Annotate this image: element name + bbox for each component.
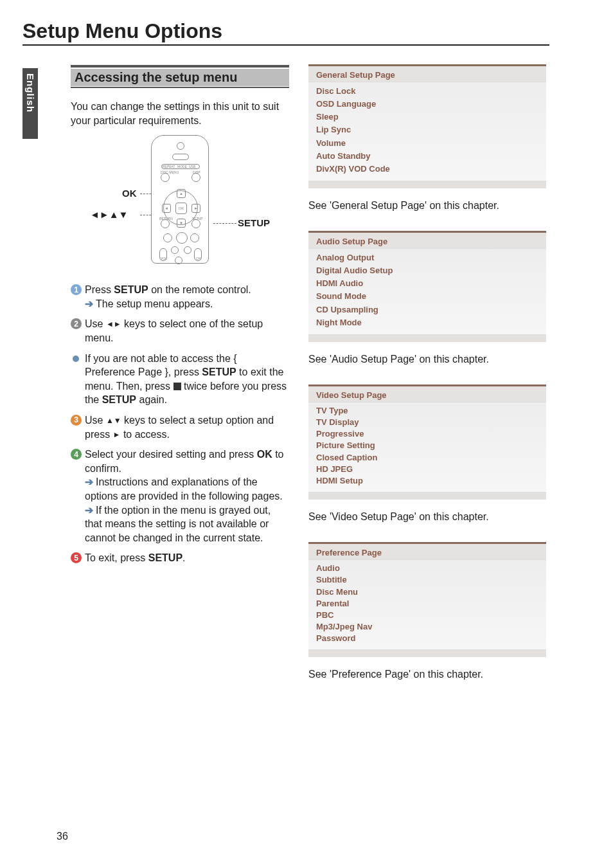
setup-callout: SETUP xyxy=(238,217,270,228)
arrow-icon: ➔ xyxy=(85,476,93,487)
arrows-callout: ◄►▲▼ xyxy=(90,209,128,220)
preference-panel: Preference Page Audio Subtitle Disc Menu… xyxy=(308,542,546,657)
panel-title: Audio Setup Page xyxy=(308,233,546,249)
panel-item: Password xyxy=(316,633,538,644)
step-2: 2 Use ◄► keys to select one of the setup… xyxy=(71,317,289,345)
panel-item: HD JPEG xyxy=(316,464,538,475)
arrow-icon: ➔ xyxy=(85,505,93,516)
panel-item: Night Mode xyxy=(316,316,538,329)
audio-setup-panel: Audio Setup Page Analog Output Digital A… xyxy=(308,231,546,342)
video-caption: See 'Video Setup Page' on this chapter. xyxy=(308,511,546,523)
panel-item: Analog Output xyxy=(316,251,538,264)
audio-caption: See 'Audio Setup Page' on this chapter. xyxy=(308,354,546,365)
panel-item: TV Type xyxy=(316,405,538,417)
panel-item: TV Display xyxy=(316,417,538,428)
panel-title: Preference Page xyxy=(308,544,546,560)
step-5: 5 To exit, press SETUP. xyxy=(71,551,289,565)
panel-item: CD Upsampling xyxy=(316,303,538,316)
remote-diagram: OK ◄►▲▼ SETUP REPEAT MODE USB DISC MENU … xyxy=(71,135,289,270)
panel-item: Closed Caption xyxy=(316,452,538,464)
ok-callout: OK xyxy=(122,188,137,199)
panel-item: Disc Lock xyxy=(316,85,538,98)
subhead: Accessing the setup menu xyxy=(71,69,289,86)
step-num-2: 2 xyxy=(71,318,82,329)
page-number: 36 xyxy=(57,831,68,842)
panel-item: Auto Standby xyxy=(316,150,538,163)
language-tab: English xyxy=(22,68,38,139)
video-setup-panel: Video Setup Page TV Type TV Display Prog… xyxy=(308,384,546,500)
general-setup-panel: General Setup Page Disc Lock OSD Languag… xyxy=(308,64,546,188)
panel-item: Audio xyxy=(316,563,538,574)
panel-item: Parental xyxy=(316,598,538,610)
subhead-block: Accessing the setup menu xyxy=(71,65,289,88)
panel-item: Lip Sync xyxy=(316,123,538,136)
panel-item: HDMI Audio xyxy=(316,277,538,290)
panel-item: Volume xyxy=(316,137,538,150)
panel-item: DivX(R) VOD Code xyxy=(316,163,538,176)
step-num-3: 3 xyxy=(71,415,82,426)
panel-item: Subtitle xyxy=(316,574,538,586)
panel-item: OSD Language xyxy=(316,98,538,111)
step-num-4: 4 xyxy=(71,449,82,460)
intro-text: You can change the settings in this unit… xyxy=(71,100,289,127)
pref-caption: See 'Preference Page' on this chapter. xyxy=(308,669,546,680)
step-1: 1 Press SETUP on the remote control. ➔Th… xyxy=(71,283,289,311)
panel-title: General Setup Page xyxy=(308,66,546,82)
remote-body: REPEAT MODE USB DISC MENU DISP ◄ ► ▲ ▼ O… xyxy=(151,135,209,264)
panel-item: Digital Audio Setup xyxy=(316,264,538,277)
general-caption: See 'General Setup Page' on this chapter… xyxy=(308,200,546,212)
bullet-icon xyxy=(73,356,79,362)
panel-item: HDMI Setup xyxy=(316,475,538,487)
panel-item: PBC xyxy=(316,610,538,621)
panel-title: Video Setup Page xyxy=(308,386,546,402)
panel-item: Disc Menu xyxy=(316,586,538,598)
step-num-5: 5 xyxy=(71,552,82,563)
panel-item: Picture Setting xyxy=(316,440,538,451)
step-num-1: 1 xyxy=(71,284,82,295)
steps-list: 1 Press SETUP on the remote control. ➔Th… xyxy=(71,283,289,565)
arrow-icon: ➔ xyxy=(85,298,93,309)
panel-item: Sleep xyxy=(316,111,538,123)
bullet-note: If you are not able to access the { Pref… xyxy=(71,352,289,407)
stop-icon xyxy=(173,383,181,390)
step-3: 3 Use ▲▼ keys to select a setup option a… xyxy=(71,413,289,441)
panel-item: Sound Mode xyxy=(316,290,538,303)
panel-item: Progressive xyxy=(316,428,538,440)
step-4: 4 Select your desired setting and press … xyxy=(71,448,289,545)
panel-item: Mp3/Jpeg Nav xyxy=(316,621,538,633)
